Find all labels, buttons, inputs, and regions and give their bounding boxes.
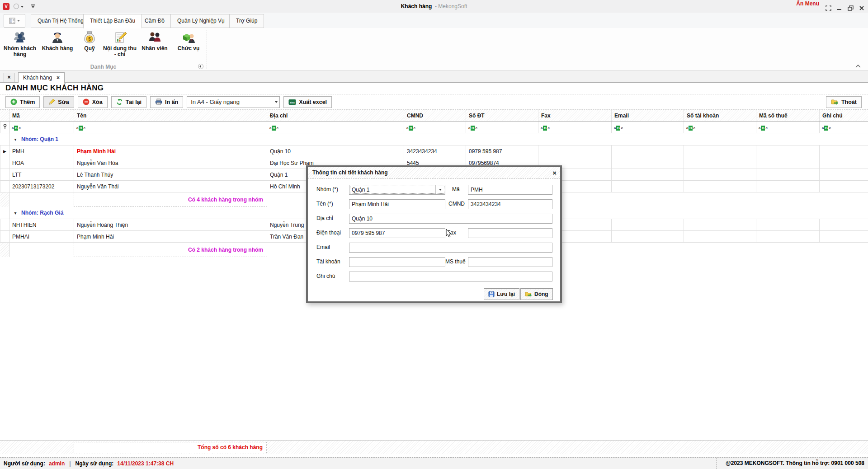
exit-button[interactable]: Thoát <box>826 96 862 108</box>
group-collapse-icon[interactable]: ▾ <box>9 211 21 216</box>
cell-sotaikhoan[interactable] <box>684 219 756 231</box>
cell-ghichu[interactable] <box>820 219 868 231</box>
cell-sotaikhoan[interactable] <box>684 169 756 181</box>
export-excel-button[interactable]: xlsx Xuất excel <box>283 96 332 108</box>
cell-email[interactable] <box>612 145 684 157</box>
save-button[interactable]: Lưu lại <box>484 288 519 300</box>
filter-cell-cmnd[interactable]: aBc <box>404 122 466 133</box>
cell-ma[interactable]: PMHAI <box>9 231 74 243</box>
cell-email[interactable] <box>612 169 684 181</box>
table-row[interactable]: ▶ PMH Phạm Minh Hải Quận 10 3423434234 0… <box>0 145 868 157</box>
cell-masothue[interactable] <box>756 157 820 169</box>
cell-ghichu[interactable] <box>820 181 868 192</box>
ribbon-tab-system-admin[interactable]: Quản Trị Hệ Thống <box>31 14 90 28</box>
cell-sotaikhoan[interactable] <box>684 181 756 192</box>
filter-cell-ten[interactable]: aBc <box>74 122 267 133</box>
cell-email[interactable] <box>612 157 684 169</box>
column-header-cmnd[interactable]: CMND <box>404 110 466 122</box>
tax-field[interactable] <box>468 257 552 267</box>
cell-sotaikhoan[interactable] <box>684 231 756 243</box>
restore-icon[interactable] <box>848 5 854 11</box>
address-field[interactable]: Quận 10 <box>349 214 552 224</box>
cell-sotaikhoan[interactable] <box>684 145 756 157</box>
cell-ghichu[interactable] <box>820 231 868 243</box>
cell-ma[interactable]: LTT <box>9 169 74 181</box>
column-header-ma[interactable]: Mã <box>9 110 74 122</box>
cell-ghichu[interactable] <box>820 169 868 181</box>
cell-ten[interactable]: Nguyễn Văn Thái <box>74 181 267 192</box>
print-button[interactable]: In ấn <box>150 96 183 108</box>
ribbon-item-customer[interactable]: Khách hàng <box>40 29 75 67</box>
column-header-ten[interactable]: Tên <box>74 110 267 122</box>
account-field[interactable] <box>349 257 445 267</box>
column-header-sodt[interactable]: Số ĐT <box>466 110 538 122</box>
hide-menu-link[interactable]: Ẩn Menu <box>796 0 819 7</box>
cell-masothue[interactable] <box>756 219 820 231</box>
cell-email[interactable] <box>612 219 684 231</box>
cell-fax[interactable] <box>538 145 612 157</box>
dialog-title-bar[interactable]: Thông tin chi tiết khách hàng × <box>308 167 560 179</box>
cell-email[interactable] <box>612 181 684 192</box>
cell-email[interactable] <box>612 231 684 243</box>
name-field[interactable]: Phạm Minh Hải <box>349 199 445 209</box>
close-icon[interactable] <box>859 5 864 11</box>
column-header-diachi[interactable]: Địa chỉ <box>267 110 404 122</box>
document-tab-khach-hang[interactable]: Khách hàng× <box>18 72 65 83</box>
fax-field[interactable] <box>468 228 552 238</box>
cell-ten[interactable]: Nguyễn Văn Hòa <box>74 157 267 169</box>
group-collapse-icon[interactable]: ▾ <box>9 137 21 142</box>
filter-cell-ghichu[interactable]: aBc <box>820 122 868 133</box>
cell-sotaikhoan[interactable] <box>684 157 756 169</box>
cell-ma[interactable]: PMH <box>9 145 74 157</box>
ribbon-application-button[interactable] <box>4 14 25 28</box>
ribbon-collapse-icon[interactable] <box>855 65 861 68</box>
ribbon-tab-pawn[interactable]: Cầm Đồ <box>138 14 171 28</box>
cell-masothue[interactable] <box>756 231 820 243</box>
cell-masothue[interactable] <box>756 169 820 181</box>
cell-cmnd[interactable]: 3423434234 <box>404 145 466 157</box>
filter-cell-sotaikhoan[interactable]: aBc <box>684 122 756 133</box>
close-dialog-button[interactable]: Đóng <box>520 288 553 300</box>
cell-ghichu[interactable] <box>820 157 868 169</box>
column-header-ghichu[interactable]: Ghi chú <box>820 110 868 122</box>
cell-ten[interactable]: Phạm Minh Hải <box>74 231 267 243</box>
add-button[interactable]: Thêm <box>5 96 40 108</box>
fullscreen-icon[interactable] <box>826 5 831 11</box>
cell-masothue[interactable] <box>756 181 820 192</box>
ribbon-item-fund[interactable]: $ Quỹ <box>77 29 102 67</box>
cell-ghichu[interactable] <box>820 145 868 157</box>
column-header-email[interactable]: Email <box>612 110 684 122</box>
filter-cell-email[interactable]: aBc <box>612 122 684 133</box>
ribbon-item-customer-group[interactable]: Nhóm khách hàng <box>2 29 38 67</box>
filter-cell-masothue[interactable]: aBc <box>756 122 820 133</box>
cell-ten[interactable]: Lê Thanh Thúy <box>74 169 267 181</box>
cell-ma[interactable]: 20230713173202 <box>9 181 74 192</box>
column-header-sotaikhoan[interactable]: Số tài khoản <box>684 110 756 122</box>
phone-field[interactable]: 0979 595 987 <box>349 228 445 238</box>
column-header-masothue[interactable]: Mã số thuế <box>756 110 820 122</box>
print-mode-select[interactable]: In A4 - Giấy ngang <box>187 96 280 108</box>
dialog-close-icon[interactable]: × <box>552 167 557 178</box>
edit-button[interactable]: Sửa <box>43 96 74 108</box>
group-combo[interactable]: Quận 1 <box>349 185 445 195</box>
cell-diachi[interactable]: Quận 10 <box>267 145 404 157</box>
cell-masothue[interactable] <box>756 145 820 157</box>
ribbon-tab-help[interactable]: Trợ Giúp <box>229 14 264 28</box>
delete-button[interactable]: Xóa <box>78 96 108 108</box>
group-row-quan1[interactable]: ▾Nhóm: Quận 1 <box>0 133 868 145</box>
reload-button[interactable]: Tải lại <box>111 96 146 108</box>
ribbon-tab-business[interactable]: Quản Lý Nghiệp Vụ <box>170 14 231 28</box>
filter-cell-diachi[interactable]: aBc <box>267 122 404 133</box>
chevron-down-icon[interactable] <box>435 185 445 194</box>
filter-cell-ma[interactable]: aBc <box>9 122 74 133</box>
cell-ma[interactable]: HOA <box>9 157 74 169</box>
close-all-tabs-button[interactable]: × <box>4 73 14 82</box>
column-header-fax[interactable]: Fax <box>538 110 612 122</box>
ribbon-item-employee[interactable]: Nhân viên <box>138 29 171 67</box>
filter-cell-sodt[interactable]: aBc <box>466 122 538 133</box>
ribbon-item-income-expense[interactable]: Nội dung thu - chi <box>103 29 137 67</box>
cell-ten-highlighted[interactable]: Phạm Minh Hải <box>74 145 267 157</box>
ribbon-tab-initial-setup[interactable]: Thiết Lập Ban Đầu <box>83 14 142 28</box>
cell-ma[interactable]: NHTHIEN <box>9 219 74 231</box>
cell-ten[interactable]: Nguyễn Hoàng Thiện <box>74 219 267 231</box>
